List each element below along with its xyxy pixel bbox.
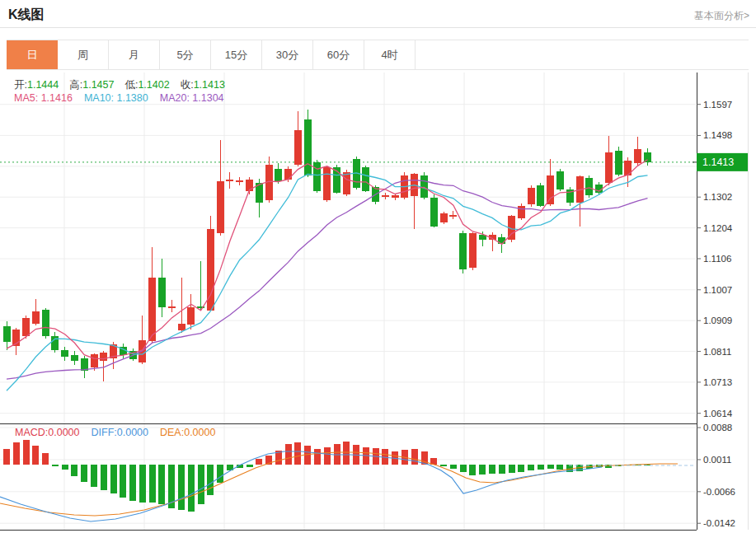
svg-text:1.1413: 1.1413 — [702, 157, 734, 168]
svg-text:1.1106: 1.1106 — [703, 254, 731, 264]
ma-readout: MA5: 1.1416MA10: 1.1380MA20: 1.1304 — [14, 92, 236, 104]
macd-value: MACD:0.0000 — [15, 427, 80, 438]
svg-text:-0.0142: -0.0142 — [703, 518, 735, 528]
svg-text:1.1302: 1.1302 — [703, 192, 732, 202]
svg-text:0.0088: 0.0088 — [703, 423, 732, 432]
dea-value: DEA:0.0000 — [160, 427, 215, 438]
svg-text:1.1498: 1.1498 — [703, 130, 732, 140]
tab-周[interactable]: 周 — [58, 40, 109, 69]
macd-histogram — [3, 440, 650, 512]
svg-text:1.0713: 1.0713 — [703, 377, 732, 387]
ohlc-readout: 开:1.1444高:1.1457低:1.1402收:1.1413 — [14, 78, 236, 92]
open-value: 1.1444 — [27, 79, 59, 91]
high-value: 1.1457 — [82, 79, 114, 91]
tab-30分[interactable]: 30分 — [262, 40, 313, 69]
svg-text:1.0909: 1.0909 — [703, 316, 732, 325]
svg-text:1.0614: 1.0614 — [703, 409, 733, 418]
svg-text:1.1597: 1.1597 — [703, 100, 732, 110]
close-value: 1.1413 — [194, 79, 225, 91]
current-price-tag: 1.1413 — [693, 153, 748, 171]
svg-text:1.1007: 1.1007 — [703, 285, 732, 295]
tab-日[interactable]: 日 — [7, 40, 58, 69]
ma5-readout: MA5: 1.1416 — [14, 92, 73, 104]
low-value: 1.1402 — [138, 79, 169, 91]
tab-月[interactable]: 月 — [109, 40, 160, 69]
tab-15分[interactable]: 15分 — [211, 40, 262, 69]
svg-text:0.0011: 0.0011 — [703, 455, 731, 465]
ma10-readout: MA10: 1.1380 — [84, 92, 148, 104]
tab-5分[interactable]: 5分 — [160, 40, 211, 69]
macd-readout: MACD:0.0000DIFF:0.0000DEA:0.0000 — [15, 427, 227, 438]
candles — [3, 110, 651, 381]
tab-4时[interactable]: 4时 — [364, 40, 416, 69]
macd-axis-labels: 0.00880.0011-0.0066-0.0142 — [697, 423, 735, 528]
tab-60分[interactable]: 60分 — [313, 40, 364, 69]
svg-text:1.0811: 1.0811 — [703, 347, 731, 357]
price-axis-labels: 1.15971.14981.13021.12041.11061.10071.09… — [697, 100, 733, 418]
close-label: 收: — [181, 79, 194, 91]
high-label: 高: — [69, 79, 82, 91]
low-label: 低: — [124, 79, 138, 91]
diff-value: DIFF:0.0000 — [92, 427, 148, 438]
svg-text:-0.0066: -0.0066 — [703, 487, 735, 497]
timeframe-tab-bar: 日周月5分15分30分60分4时 — [7, 40, 749, 70]
ma20-readout: MA20: 1.1304 — [160, 92, 224, 104]
svg-text:1.1204: 1.1204 — [703, 223, 733, 233]
open-label: 开: — [14, 79, 27, 91]
